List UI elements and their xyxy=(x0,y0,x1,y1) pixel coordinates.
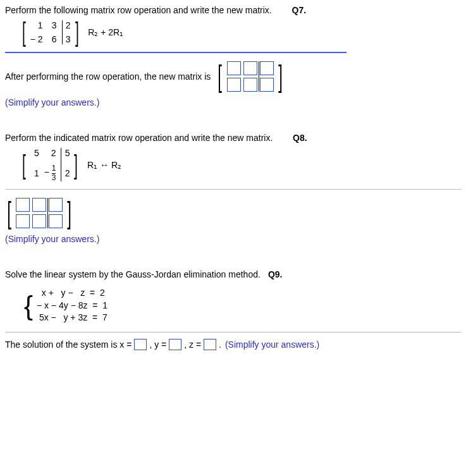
q8-matrix-expression: [ 5 2 5 1 − 1 3 2 ] R₁ ↔ R₂ xyxy=(20,147,461,183)
q9-solution-line: The solution of the system is x = , y = … xyxy=(5,339,461,350)
q7-label: Q7. xyxy=(292,5,307,15)
q7-matrix-expression: [ 1 3 2 − 2 6 3 ] R₂ + 2R₁ xyxy=(20,19,461,46)
q9-z-input[interactable] xyxy=(204,339,216,350)
separator-icon xyxy=(5,332,461,333)
right-bracket-icon: ] xyxy=(278,59,283,94)
augment-bar-icon xyxy=(47,198,48,228)
q8-m-r1c1: 5 xyxy=(30,148,39,158)
right-bracket-icon: ] xyxy=(75,19,78,46)
frac-num: 1 xyxy=(52,164,56,174)
right-bracket-icon: ] xyxy=(74,147,78,183)
q8-m-r1c3: 5 xyxy=(61,148,70,158)
q8-answer-matrix: [ ] xyxy=(5,196,74,230)
q7-ans-r2c1[interactable] xyxy=(227,78,241,92)
q8-prompt: Perform the indicated matrix row operati… xyxy=(5,133,273,143)
q9-simplify-inline: (Simplify your answers.) xyxy=(225,339,319,350)
q8-ans-r1c1[interactable] xyxy=(16,198,30,212)
q8-m-r2c2: − 1 3 xyxy=(44,164,56,181)
q8-header: Perform the indicated matrix row operati… xyxy=(5,133,461,143)
q7-m-r1c3: 2 xyxy=(62,20,71,30)
q8-ans-r2c3[interactable] xyxy=(49,214,63,228)
q7-answer-matrix: [ ] xyxy=(216,59,285,94)
q8-ans-r1c2[interactable] xyxy=(32,198,46,212)
q9-sol-z: , z = xyxy=(184,339,201,350)
q8-ans-r1c3[interactable] xyxy=(49,198,63,212)
q8-row-operation: R₁ ↔ R₂ xyxy=(87,160,121,170)
augment-bar-icon xyxy=(259,61,259,92)
q9-system: { x + y − z = 2 − x − 4y − 8z = 1 5x − y… xyxy=(24,287,461,324)
fraction-icon: 1 3 xyxy=(52,164,56,181)
q7-ans-r1c2[interactable] xyxy=(243,61,257,75)
q7-m-r1c1: 1 xyxy=(30,20,43,30)
q7-ans-r2c2[interactable] xyxy=(243,78,257,92)
q7-header: Perform the following matrix row operati… xyxy=(5,5,461,15)
separator-icon xyxy=(5,52,346,53)
left-bracket-icon: [ xyxy=(22,19,26,46)
q7-result-prefix: After performing the row operation, the … xyxy=(5,71,211,82)
augment-bar-icon xyxy=(61,148,61,181)
q8-matrix: [ 5 2 5 1 − 1 3 2 ] xyxy=(20,147,80,183)
q7-m-r2c3: 3 xyxy=(62,34,71,44)
q8-m-r2c1: 1 xyxy=(30,168,39,178)
question-9: Solve the linear system by the Gauss-Jor… xyxy=(5,269,461,350)
q8-ans-r2c1[interactable] xyxy=(16,214,30,228)
q9-label: Q9. xyxy=(268,269,283,279)
q9-eq3: 5x − y + 3z = 7 xyxy=(37,312,107,324)
q7-result-line: After performing the row operation, the … xyxy=(5,59,461,94)
question-8: Perform the indicated matrix row operati… xyxy=(5,133,461,244)
neg-sign: − xyxy=(44,167,49,177)
q9-eq2: − x − 4y − 8z = 1 xyxy=(37,300,107,312)
left-bracket-icon: [ xyxy=(22,147,26,183)
q8-label: Q8. xyxy=(293,133,307,143)
augment-bar-icon xyxy=(62,20,63,44)
q8-answer-row: [ ] xyxy=(5,196,461,230)
q7-m-r2c2: 6 xyxy=(48,34,57,44)
right-bracket-icon: ] xyxy=(68,196,72,230)
q9-header: Solve the linear system by the Gauss-Jor… xyxy=(5,269,461,279)
q7-ans-r2c3[interactable] xyxy=(260,78,274,92)
q9-eq1: x + y − z = 2 xyxy=(37,287,107,300)
q9-x-input[interactable] xyxy=(134,339,147,350)
frac-den: 3 xyxy=(52,174,56,182)
q7-row-operation: R₂ + 2R₁ xyxy=(88,27,123,37)
separator-icon xyxy=(5,189,461,190)
q9-sol-y: , y = xyxy=(149,339,166,350)
q8-simplify-note: (Simplify your answers.) xyxy=(5,234,461,244)
question-7: Perform the following matrix row operati… xyxy=(5,5,461,107)
q7-ans-r1c3[interactable] xyxy=(260,61,274,75)
q9-sol-period: . xyxy=(219,339,224,350)
q8-m-r1c2: 2 xyxy=(44,148,56,158)
q7-simplify-note: (Simplify your answers.) xyxy=(5,97,461,107)
left-bracket-icon: [ xyxy=(218,59,223,94)
q7-prompt: Perform the following matrix row operati… xyxy=(5,5,272,15)
q7-m-r2c1: − 2 xyxy=(30,34,43,44)
left-bracket-icon: [ xyxy=(7,196,11,230)
q9-y-input[interactable] xyxy=(169,339,181,350)
q9-equations: x + y − z = 2 − x − 4y − 8z = 1 5x − y +… xyxy=(37,287,107,324)
q7-m-r1c2: 3 xyxy=(48,20,57,30)
q9-prompt: Solve the linear system by the Gauss-Jor… xyxy=(5,269,261,279)
q9-sol-prefix: The solution of the system is x = xyxy=(5,339,132,350)
q8-m-r2c3: 2 xyxy=(61,168,70,178)
q7-matrix: [ 1 3 2 − 2 6 3 ] xyxy=(20,19,80,46)
left-brace-icon: { xyxy=(24,293,33,319)
q7-ans-r1c1[interactable] xyxy=(227,61,241,75)
q8-ans-r2c2[interactable] xyxy=(32,214,46,228)
